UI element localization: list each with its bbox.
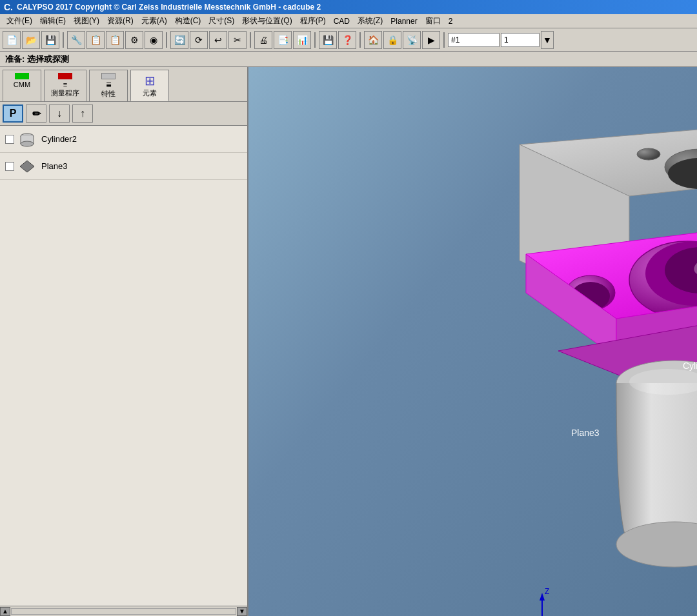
toolbar-btn9[interactable]: 🔄 — [170, 31, 188, 49]
sep2 — [166, 32, 167, 48]
menu-shape[interactable]: 形状与位置(Q) — [238, 14, 296, 28]
sep6 — [443, 32, 445, 48]
edit-button[interactable]: ✏ — [26, 104, 46, 123]
toolbar-btn17[interactable]: 🏠 — [364, 31, 382, 49]
status-text: 准备: 选择或探测 — [5, 54, 69, 65]
title-bar: C. CALYPSO 2017 Copyright © Carl Zeiss I… — [0, 0, 697, 14]
sep3 — [250, 32, 251, 48]
toolbar-btn18[interactable]: 🔒 — [383, 31, 401, 49]
menu-window[interactable]: 窗口 — [421, 14, 445, 28]
sep5 — [359, 32, 361, 48]
tab-measurement[interactable]: ≡ 测量程序 — [44, 70, 86, 101]
menu-edit[interactable]: 编辑(E) — [36, 14, 70, 28]
toolbar-btn19[interactable]: 📡 — [403, 31, 421, 49]
menu-resource[interactable]: 资源(R) — [103, 14, 137, 28]
action-buttons-bar: P ✏ ↓ ↑ — [0, 102, 247, 126]
toolbar: 📄 📂 💾 🔧 📋 📋 ⚙ ◉ 🔄 ⟳ ↩ ✂ 🖨 📑 📊 💾 ❓ 🏠 🔒 📡 … — [0, 28, 697, 52]
tab-properties-icon: ≣ — [106, 81, 112, 89]
tree-list[interactable]: Cylinder2 Plane3 — [0, 126, 247, 606]
tab-element[interactable]: ⊞ 元素 — [130, 70, 169, 101]
cylinder2-checkbox[interactable] — [5, 135, 14, 144]
toolbar-value-field[interactable]: 1 — [501, 33, 540, 47]
toolbar-help[interactable]: ❓ — [338, 31, 356, 49]
window-title: CALYPSO 2017 Copyright © Carl Zeiss Indu… — [17, 3, 321, 12]
properties-indicator — [101, 73, 116, 79]
toolbar-dropdown-btn[interactable]: ▼ — [541, 31, 554, 49]
scroll-down-arrow[interactable]: ▼ — [237, 607, 247, 616]
menu-construct[interactable]: 构造(C) — [171, 14, 205, 28]
toolbar-btn13[interactable]: 🖨 — [254, 31, 272, 49]
left-panel: CMM ≡ 测量程序 ≣ 特性 ⊞ 元素 P ✏ ↓ — [0, 67, 248, 616]
toolbar-btn20[interactable]: ▶ — [422, 31, 440, 49]
toolbar-btn8[interactable]: ◉ — [145, 31, 163, 49]
tabs-area: CMM ≡ 测量程序 ≣ 特性 ⊞ 元素 — [0, 67, 247, 102]
tab-properties-label: 特性 — [101, 89, 116, 99]
left-panel-scrollbar[interactable]: ▲ ▼ — [0, 606, 247, 616]
tab-cmm[interactable]: CMM — [3, 70, 41, 101]
tab-measurement-label: 测量程序 — [51, 88, 79, 98]
measurement-indicator — [58, 73, 72, 79]
app-icon: C. — [4, 2, 13, 12]
toolbar-btn15[interactable]: 📊 — [293, 31, 311, 49]
toolbar-save[interactable]: 💾 — [41, 31, 59, 49]
menu-view[interactable]: 视图(Y) — [70, 14, 103, 28]
svg-marker-5 — [20, 161, 34, 172]
toolbar-new[interactable]: 📄 — [3, 31, 21, 49]
cylinder2-icon — [18, 130, 36, 148]
menu-program[interactable]: 程序(P) — [296, 14, 330, 28]
sep4 — [314, 32, 316, 48]
sep1 — [63, 32, 64, 48]
cylinder2-viewport-label: Cylinder2 — [683, 361, 697, 371]
tree-item-plane3[interactable]: Plane3 — [0, 153, 247, 180]
toolbar-btn11[interactable]: ↩ — [209, 31, 227, 49]
cmm-indicator — [15, 73, 29, 79]
cylinder2-label: Cylinder2 — [41, 134, 77, 144]
svg-point-2 — [21, 141, 34, 146]
tab-element-label: 元素 — [143, 88, 157, 98]
menu-system[interactable]: 系统(Z) — [354, 14, 387, 28]
toolbar-btn7[interactable]: ⚙ — [125, 31, 143, 49]
toolbar-open[interactable]: 📂 — [22, 31, 40, 49]
menu-element[interactable]: 元素(A) — [137, 14, 171, 28]
viewport[interactable]: X = -92.0000 Y = 0.0000 Z = -64.0000 — [248, 67, 697, 616]
menu-num2[interactable]: 2 — [445, 15, 457, 27]
down-button[interactable]: ↓ — [49, 104, 70, 123]
toolbar-btn12[interactable]: ✂ — [228, 31, 247, 49]
plane3-label: Plane3 — [41, 161, 67, 171]
menu-file[interactable]: 文件(E) — [3, 14, 36, 28]
tab-element-icon: ⊞ — [145, 73, 156, 88]
p-button[interactable]: P — [3, 104, 23, 123]
tab-cmm-label: CMM — [14, 81, 30, 88]
menu-cad[interactable]: CAD — [330, 15, 354, 27]
scroll-track[interactable] — [11, 608, 236, 615]
up-button[interactable]: ↑ — [72, 104, 93, 123]
tab-properties[interactable]: ≣ 特性 — [89, 70, 128, 101]
toolbar-btn5[interactable]: 📋 — [86, 31, 105, 49]
toolbar-btn16[interactable]: 💾 — [319, 31, 337, 49]
toolbar-btn14[interactable]: 📑 — [274, 31, 292, 49]
svg-text:Z: Z — [545, 587, 549, 596]
scene-svg: Z Y X Cylinder2 Plane3 Z — [248, 67, 697, 616]
toolbar-value: 1 — [504, 35, 509, 45]
plane3-viewport-label: Plane3 — [571, 428, 600, 438]
menu-dimension[interactable]: 尺寸(S) — [205, 14, 238, 28]
tab-measurement-icon: ≡ — [63, 81, 67, 88]
scroll-up-arrow[interactable]: ▲ — [0, 607, 10, 616]
menu-planner[interactable]: Planner — [387, 15, 421, 27]
status-bar: 准备: 选择或探测 — [0, 52, 697, 67]
toolbar-btn6[interactable]: 📋 — [106, 31, 124, 49]
toolbar-btn10[interactable]: ⟳ — [190, 31, 208, 49]
main-content: CMM ≡ 测量程序 ≣ 特性 ⊞ 元素 P ✏ ↓ — [0, 67, 697, 616]
toolbar-btn4[interactable]: 🔧 — [67, 31, 85, 49]
svg-point-14 — [637, 148, 660, 160]
plane3-icon — [18, 157, 36, 175]
tree-item-cylinder2[interactable]: Cylinder2 — [0, 126, 247, 153]
toolbar-number-field: #1 — [448, 33, 500, 47]
plane3-checkbox[interactable] — [5, 162, 14, 171]
menu-bar: 文件(E) 编辑(E) 视图(Y) 资源(R) 元素(A) 构造(C) 尺寸(S… — [0, 14, 697, 28]
